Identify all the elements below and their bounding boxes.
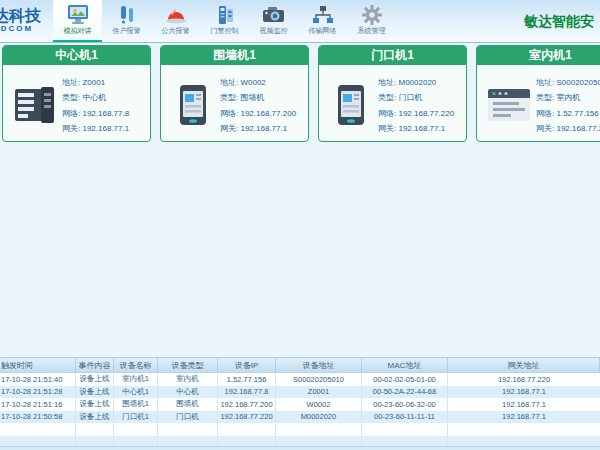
- device-card-indoor[interactable]: 室内机1 地址: S00020205010: [476, 45, 600, 142]
- tab-resident-alarm-label: 住户报警: [105, 26, 148, 36]
- field-type: 类型: 门口机: [378, 92, 464, 103]
- tab-system-settings-label: 系统管理: [350, 26, 393, 36]
- cell-mac: 00-50-2A-22-44-68: [362, 386, 448, 399]
- tab-access-control-label: 门禁控制: [203, 26, 246, 36]
- cell-address: M0002020: [276, 411, 362, 424]
- device-card-wall[interactable]: 围墙机1 地址: W0002 类型: 围: [160, 45, 309, 142]
- cell-time: 17-10-28 21:51:40: [0, 373, 76, 386]
- door-machine-icon: [324, 84, 378, 126]
- tab-intercom[interactable]: 模拟对讲: [53, 0, 102, 42]
- cell-mac: 00-23-60-06-32-00: [362, 398, 448, 411]
- cell-type: 门口机: [158, 411, 218, 424]
- tab-intercom-label: 模拟对讲: [56, 26, 99, 36]
- field-type: 类型: 围墙机: [220, 92, 306, 103]
- device-card-center[interactable]: 中心机1 地址: Z0001: [2, 45, 151, 142]
- field-type: 类型: 室内机: [536, 92, 600, 103]
- access-control-icon: [200, 3, 249, 26]
- cell-ip: 192.168.77.220: [218, 411, 276, 424]
- col-header-device-ip: 设备IP: [218, 358, 276, 372]
- field-network: 网络: 1.52.77.156: [536, 108, 600, 119]
- field-network: 网络: 192.168.77.220: [378, 108, 464, 119]
- top-toolbar: 达科技 NDCOM 模拟对讲: [0, 0, 600, 43]
- app-window: 达科技 NDCOM 模拟对讲: [0, 0, 600, 450]
- device-card-title: 围墙机1: [161, 46, 308, 65]
- siren-icon: [151, 3, 200, 26]
- cell-event: 设备上线: [76, 398, 114, 411]
- cell-name: 围墙机1: [114, 398, 158, 411]
- cell-ip: 1.52.77.156: [218, 373, 276, 386]
- cell-mac: 00-23-60-11-11-11: [362, 411, 448, 424]
- field-address: 地址: S00020205010: [536, 77, 600, 88]
- field-address: 地址: Z0001: [62, 77, 148, 88]
- device-card-title: 中心机1: [3, 46, 150, 65]
- cell-address: S00020205010: [276, 373, 362, 386]
- cell-time: 17-10-28 21:51:16: [0, 398, 76, 411]
- cell-gateway: 192.168.77.1: [448, 411, 600, 424]
- col-header-device-address: 设备地址: [276, 358, 362, 372]
- field-gateway: 网关: 192.168.77.1: [378, 123, 464, 134]
- tab-video-monitor[interactable]: 视频监控: [249, 0, 298, 42]
- table-row-empty: [0, 423, 600, 436]
- cell-address: Z0001: [276, 386, 362, 399]
- cell-ip: 192.168.77.200: [218, 398, 276, 411]
- device-card-title: 室内机1: [477, 46, 600, 65]
- cell-address: W0002: [276, 398, 362, 411]
- field-address: 地址: W0002: [220, 77, 306, 88]
- wall-machine-icon: [166, 84, 220, 126]
- col-header-device-type: 设备类型: [158, 358, 218, 372]
- resident-alarm-icon: [102, 3, 151, 26]
- camera-icon: [249, 3, 298, 26]
- tab-public-alarm[interactable]: 公共报警: [151, 0, 200, 42]
- indoor-machine-icon: [482, 87, 536, 123]
- tab-public-alarm-label: 公共报警: [154, 26, 197, 36]
- field-type: 类型: 中心机: [62, 92, 148, 103]
- network-tree-icon: [298, 3, 347, 26]
- brand-logo: 达科技 NDCOM: [0, 0, 51, 33]
- table-row[interactable]: 17-10-28 21:50:58 设备上线 门口机1 门口机 192.168.…: [0, 411, 600, 424]
- cell-gateway: 192.168.77.1: [448, 386, 600, 399]
- cell-gateway: 192.168.77.1: [448, 398, 600, 411]
- cell-ip: 192.168.77.8: [218, 386, 276, 399]
- device-card-door[interactable]: 门口机1 地址: M0002020 类型: [318, 45, 467, 142]
- tab-resident-alarm[interactable]: 住户报警: [102, 0, 151, 42]
- intercom-monitor-icon: [53, 3, 102, 26]
- brand-logo-en: NDCOM: [0, 25, 51, 34]
- tab-network[interactable]: 传输网络: [298, 0, 347, 42]
- cell-type: 围墙机: [158, 398, 218, 411]
- status-strip: [0, 446, 600, 450]
- field-network: 网络: 192.168.77.200: [220, 108, 306, 119]
- cell-event: 设备上线: [76, 386, 114, 399]
- cell-name: 门口机1: [114, 411, 158, 424]
- field-gateway: 网关: 192.168.77.1: [62, 123, 148, 134]
- tab-system-settings[interactable]: 系统管理: [347, 0, 396, 42]
- col-header-mac-address: MAC地址: [362, 358, 448, 372]
- table-row[interactable]: 17-10-28 21:51:40 设备上线 室内机1 室内机 1.52.77.…: [0, 373, 600, 386]
- cell-mac: 00-02-02-05-01-00: [362, 373, 448, 386]
- event-log-table: 触发时间 事件内容 设备名称 设备类型 设备IP 设备地址 MAC地址 网关地址…: [0, 357, 600, 448]
- table-header-row: 触发时间 事件内容 设备名称 设备类型 设备IP 设备地址 MAC地址 网关地址: [0, 357, 600, 373]
- cell-event: 设备上线: [76, 373, 114, 386]
- table-row[interactable]: 17-10-28 21:51:28 设备上线 中心机1 中心机 192.168.…: [0, 386, 600, 399]
- brand-logo-cn: 达科技: [0, 7, 51, 25]
- tab-network-label: 传输网络: [301, 26, 344, 36]
- device-cards: 中心机1 地址: Z0001: [2, 45, 600, 142]
- field-gateway: 网关: 192.168.77.1: [220, 123, 306, 134]
- cell-type: 室内机: [158, 373, 218, 386]
- cell-event: 设备上线: [76, 411, 114, 424]
- tab-access-control[interactable]: 门禁控制: [200, 0, 249, 42]
- toolbar-tabs: 模拟对讲 住户报警: [53, 0, 396, 42]
- tab-video-monitor-label: 视频监控: [252, 26, 295, 36]
- col-header-gateway-address: 网关地址: [448, 358, 600, 372]
- app-title: 敏达智能安: [524, 13, 594, 31]
- cell-name: 室内机1: [114, 373, 158, 386]
- field-network: 网络: 192.168.77.8: [62, 108, 148, 119]
- cell-time: 17-10-28 21:50:58: [0, 411, 76, 424]
- col-header-trigger-time: 触发时间: [0, 358, 76, 372]
- field-address: 地址: M0002020: [378, 77, 464, 88]
- table-row[interactable]: 17-10-28 21:51:16 设备上线 围墙机1 围墙机 192.168.…: [0, 398, 600, 411]
- center-machine-icon: [8, 85, 62, 125]
- device-card-title: 门口机1: [319, 46, 466, 65]
- cell-name: 中心机1: [114, 386, 158, 399]
- col-header-device-name: 设备名称: [114, 358, 158, 372]
- cell-time: 17-10-28 21:51:28: [0, 386, 76, 399]
